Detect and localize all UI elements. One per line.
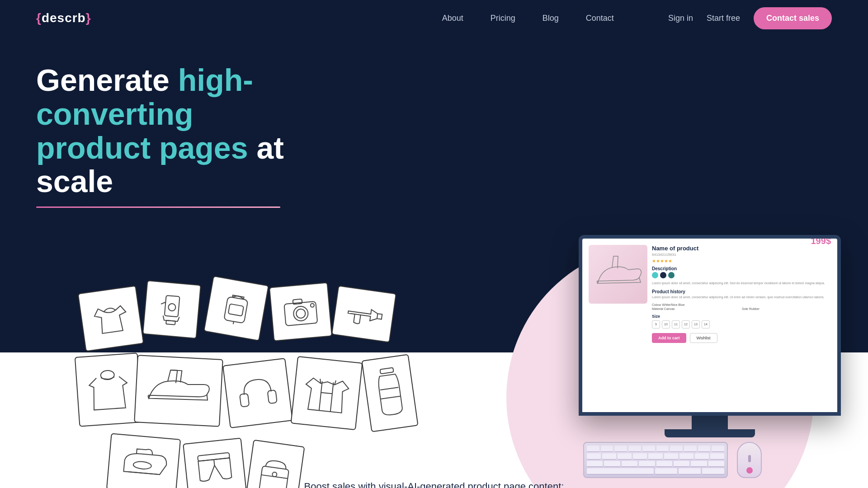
key bbox=[642, 446, 655, 452]
material-attr: Material Canvas bbox=[652, 307, 741, 310]
sketch-backpack bbox=[203, 276, 269, 341]
nav-blog[interactable]: Blog bbox=[542, 14, 559, 23]
monitor-screen: Name of product 641342115631 199$ ★★★★★ … bbox=[579, 235, 841, 416]
svg-rect-13 bbox=[380, 368, 393, 374]
key bbox=[664, 453, 678, 460]
hero-title-generate: Generate bbox=[36, 63, 178, 97]
svg-rect-3 bbox=[224, 297, 248, 324]
illustration-block: Name of product 641342115631 199$ ★★★★★ … bbox=[0, 226, 868, 479]
logo-name: descrb bbox=[42, 11, 86, 25]
product-attributes: Colour White/Nice Blue Material Canvas S… bbox=[652, 303, 831, 310]
svg-rect-1 bbox=[166, 320, 175, 325]
history-label: Product history bbox=[652, 289, 831, 294]
hero-subtitle-line1: Boost sales with visual-AI-generated pro… bbox=[271, 479, 597, 488]
svg-point-7 bbox=[296, 309, 306, 319]
monitor-base bbox=[665, 429, 755, 437]
logo-brace-open: { bbox=[36, 11, 42, 25]
svg-rect-11 bbox=[240, 394, 249, 407]
nav-contact[interactable]: Contact bbox=[586, 14, 614, 23]
product-id: 641342115631 bbox=[652, 253, 698, 257]
svg-point-10 bbox=[100, 370, 114, 380]
key bbox=[691, 461, 707, 467]
description-label: Description bbox=[652, 266, 831, 271]
svg-point-9 bbox=[311, 304, 315, 308]
hero-title-product-pages: product pages bbox=[36, 131, 248, 165]
add-to-cart-button[interactable]: Add to cart bbox=[652, 333, 686, 343]
size-12: 12 bbox=[682, 320, 690, 328]
keyboard bbox=[583, 442, 728, 478]
nav-right: Sign in Start free Contact sales bbox=[668, 7, 832, 29]
nav-about[interactable]: About bbox=[442, 14, 463, 23]
size-11: 11 bbox=[672, 320, 680, 328]
navbar: {descrb} About Pricing Blog Contact Sign… bbox=[0, 0, 868, 36]
key bbox=[614, 446, 627, 452]
nav-pricing[interactable]: Pricing bbox=[491, 14, 515, 23]
product-stars: ★★★★★ bbox=[652, 258, 831, 263]
monitor-neck bbox=[692, 416, 728, 429]
svg-rect-5 bbox=[284, 301, 317, 326]
size-9: 9 bbox=[652, 320, 660, 328]
product-buttons: Add to cart Wishlist bbox=[652, 333, 831, 343]
color-attr: Colour White/Nice Blue bbox=[652, 303, 741, 306]
sketch-jacket bbox=[291, 356, 363, 430]
monitor-mockup: Name of product 641342115631 199$ ★★★★★ … bbox=[579, 235, 841, 478]
key bbox=[710, 453, 724, 460]
product-sketches bbox=[72, 285, 362, 488]
size-options: 9 10 11 12 13 14 bbox=[652, 320, 831, 328]
key bbox=[695, 453, 709, 460]
keyboard-mouse-area bbox=[579, 442, 841, 478]
sketch-turtleneck bbox=[75, 352, 142, 427]
product-name: Name of product bbox=[652, 245, 698, 252]
key bbox=[648, 453, 662, 460]
nav-links: About Pricing Blog Contact bbox=[442, 14, 614, 23]
size-14: 14 bbox=[702, 320, 710, 328]
key bbox=[618, 453, 632, 460]
sketch-headphones bbox=[222, 358, 293, 428]
contact-sales-button[interactable]: Contact sales bbox=[754, 7, 832, 29]
key bbox=[587, 461, 603, 467]
logo[interactable]: {descrb} bbox=[36, 11, 91, 25]
keyboard-row-1 bbox=[587, 446, 724, 452]
keyboard-row-3 bbox=[587, 461, 724, 467]
sole-attr: Sole Rubber bbox=[742, 307, 831, 310]
key bbox=[712, 446, 724, 452]
key bbox=[670, 446, 683, 452]
product-image bbox=[589, 245, 647, 304]
key bbox=[622, 461, 637, 467]
key bbox=[702, 468, 724, 474]
hero-title: Generate high-converting product pages a… bbox=[36, 63, 353, 198]
key bbox=[656, 461, 672, 467]
key bbox=[674, 461, 689, 467]
key bbox=[679, 468, 701, 474]
dot-blue bbox=[652, 272, 658, 278]
sketch-sneaker bbox=[134, 355, 223, 427]
key bbox=[679, 453, 693, 460]
svg-point-14 bbox=[133, 461, 151, 469]
hero-text: Generate high-converting product pages a… bbox=[36, 63, 353, 208]
key bbox=[628, 446, 641, 452]
svg-point-2 bbox=[168, 304, 176, 311]
wishlist-button[interactable]: Wishlist bbox=[690, 333, 717, 343]
key bbox=[587, 468, 654, 474]
product-info: Name of product 641342115631 199$ ★★★★★ … bbox=[652, 245, 831, 343]
key bbox=[601, 446, 613, 452]
key bbox=[698, 446, 711, 452]
key bbox=[587, 446, 599, 452]
sketch-camera bbox=[269, 282, 332, 342]
key bbox=[587, 453, 601, 460]
key bbox=[708, 461, 724, 467]
svg-point-6 bbox=[293, 306, 309, 322]
svg-point-17 bbox=[272, 472, 277, 477]
sketch-blender bbox=[142, 280, 201, 339]
hero-top-section: Generate high-converting product pages a… bbox=[0, 36, 868, 226]
start-free-link[interactable]: Start free bbox=[707, 14, 740, 23]
size-label: Size bbox=[652, 314, 831, 319]
sign-in-link[interactable]: Sign in bbox=[668, 14, 693, 23]
sketch-bottle bbox=[361, 354, 418, 432]
product-price: 199$ bbox=[811, 236, 831, 246]
keyboard-row-4 bbox=[587, 468, 724, 474]
key bbox=[684, 446, 697, 452]
dot-teal bbox=[668, 272, 675, 278]
svg-rect-4 bbox=[228, 304, 244, 316]
logo-brace-close: } bbox=[86, 11, 91, 25]
